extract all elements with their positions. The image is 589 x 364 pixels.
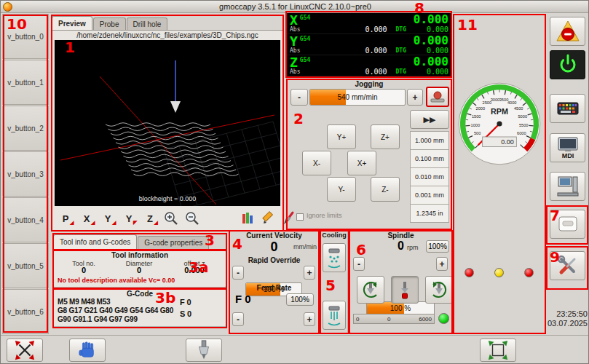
- jog-increment-0[interactable]: 1.000 mm: [410, 131, 449, 150]
- gcode-line-2: G90 G91.1 G94 G97 G99: [58, 315, 138, 323]
- spindle-percent-button[interactable]: 100%: [426, 240, 449, 253]
- spindle-speed-bar: 0 0 6000: [353, 314, 435, 324]
- tab-probe[interactable]: Probe: [93, 17, 126, 31]
- svg-text:4000: 4000: [507, 100, 517, 105]
- feed-plus-button[interactable]: +: [304, 312, 315, 326]
- spindle-override-value: 100 %: [367, 302, 434, 314]
- spindle-stop-icon: [394, 279, 416, 301]
- v-button-4[interactable]: v_button_4: [2, 197, 49, 242]
- jog-increment-4[interactable]: 1.2345 in: [410, 204, 449, 223]
- svg-text:500: 500: [474, 131, 481, 135]
- jog-speed-plus-button[interactable]: +: [407, 89, 423, 106]
- spindle-minus-button[interactable]: -: [353, 257, 365, 271]
- view-y-button[interactable]: Y◢: [98, 209, 117, 228]
- v-button-1[interactable]: v_button_1: [2, 60, 49, 105]
- move-arrows-icon: [14, 339, 36, 361]
- v-button-3[interactable]: v_button_3: [2, 151, 49, 197]
- jog-y-plus-button[interactable]: Y+: [327, 124, 356, 149]
- jog-increment-2[interactable]: 0.010 mm: [410, 167, 449, 186]
- dro-axis-x[interactable]: XG540.000 Abs0.000DTG0.000: [286, 13, 452, 34]
- cooling-title: Cooling: [319, 232, 349, 239]
- flood-coolant-button[interactable]: [323, 301, 346, 330]
- machine-setup-button[interactable]: [550, 172, 585, 201]
- v-button-6[interactable]: v_button_6: [2, 289, 49, 334]
- v-button-2[interactable]: v_button_2: [2, 106, 49, 151]
- tab-tool-info[interactable]: Tool info and G-codes: [53, 234, 137, 249]
- ignore-limits-checkbox[interactable]: [296, 213, 304, 221]
- jog-z-plus-button[interactable]: Z+: [371, 124, 400, 149]
- power-button[interactable]: [550, 50, 585, 79]
- jog-z-minus-button[interactable]: Z-: [371, 177, 400, 202]
- jog-speed-value: 540 mm/min: [310, 90, 405, 105]
- dro-axis-z[interactable]: ZG540.000 Abs0.000DTG0.000: [286, 55, 452, 76]
- feed-rate-value: F 0: [235, 293, 251, 305]
- jog-speed-icon: [429, 90, 446, 104]
- rpm-gauge: 5001000150020002500300035004000450050005…: [454, 78, 545, 170]
- zoom-in-button[interactable]: [162, 209, 181, 228]
- jog-x-plus-button[interactable]: X+: [347, 151, 376, 175]
- spindle-stop-button[interactable]: [391, 276, 419, 304]
- view-x-button[interactable]: X◢: [77, 209, 96, 228]
- tab-gcode-properties[interactable]: G-code properties: [138, 236, 209, 249]
- v-button-5[interactable]: v_button_5: [2, 243, 49, 288]
- tool-holder-button[interactable]: [186, 339, 222, 362]
- gcode-title: G-Code: [53, 290, 226, 298]
- spindle-plus-button[interactable]: +: [436, 257, 448, 271]
- preview-canvas[interactable]: blockheight = 0.000: [55, 40, 280, 206]
- power-icon: [556, 52, 580, 77]
- spindle-ccw-button[interactable]: [357, 276, 384, 304]
- emergency-stop-button[interactable]: [550, 17, 585, 46]
- tab-drill-hole[interactable]: Drill hole: [127, 17, 168, 31]
- fullscreen-button[interactable]: [480, 339, 516, 362]
- jog-speed-minus-button[interactable]: -: [290, 89, 308, 106]
- v-button-0[interactable]: v_button_0: [2, 14, 49, 59]
- jog-speed-toggle-button[interactable]: [426, 87, 449, 107]
- dro-axis-y[interactable]: YG540.000 Abs0.000DTG0.000: [286, 34, 452, 55]
- gauge-rpm-label: RPM: [491, 107, 508, 116]
- view-z-button[interactable]: Z◢: [141, 209, 159, 228]
- jog-rapid-button[interactable]: ▶▶: [410, 110, 449, 129]
- rapid-plus-button[interactable]: +: [304, 266, 315, 280]
- jog-x-minus-button[interactable]: X-: [302, 151, 331, 175]
- virtual-keyboard-button[interactable]: [550, 94, 585, 123]
- view-arrow-icon: ◢: [70, 220, 74, 226]
- mdi-button[interactable]: MDI: [550, 133, 585, 162]
- axis-move-button[interactable]: [7, 339, 43, 362]
- gcode-feed-label: F 0: [180, 298, 191, 306]
- spindle-at-speed-led: [438, 313, 449, 324]
- svg-text:4500: 4500: [514, 106, 523, 111]
- rapid-minus-button[interactable]: -: [232, 266, 244, 280]
- mist-coolant-button[interactable]: [323, 243, 346, 272]
- pencil-icon: [261, 210, 277, 226]
- view-perspective-button[interactable]: P◢: [56, 209, 75, 228]
- settings-tools-button[interactable]: [550, 251, 585, 280]
- feed-minus-button[interactable]: -: [232, 312, 244, 326]
- tool-info-title: Tool information: [53, 251, 226, 259]
- jog-speed-slider[interactable]: 540 mm/min: [309, 89, 406, 106]
- hand-icon: [76, 339, 98, 361]
- dimensions-button[interactable]: [259, 209, 278, 228]
- spindle-cw-button[interactable]: [425, 276, 453, 304]
- spindle-cw-icon: [428, 279, 450, 301]
- clock-date: 03.07.2025: [539, 319, 588, 328]
- clear-plot-button[interactable]: [238, 209, 257, 228]
- tab-preview[interactable]: Preview: [52, 16, 92, 31]
- dro-panel: XG540.000 Abs0.000DTG0.000 YG540.000 Abs…: [286, 13, 452, 77]
- spindle-rpm-unit: rpm: [407, 244, 419, 251]
- annotation-11: 11: [457, 17, 478, 32]
- tool-notebook-tabbar: Tool info and G-codes G-code properties: [53, 234, 209, 249]
- manual-hand-button[interactable]: [69, 339, 106, 362]
- zoom-out-icon: [184, 210, 200, 226]
- window-title: gmoccapy 3.5.1 for LinuxCNC 2.10.0~pre0: [219, 2, 371, 11]
- title-bar[interactable]: gmoccapy 3.5.1 for LinuxCNC 2.10.0~pre0: [1, 1, 589, 13]
- gmoccapy-window: gmoccapy 3.5.1 for LinuxCNC 2.10.0~pre0 …: [0, 0, 589, 364]
- jog-increment-1[interactable]: 0.100 mm: [410, 149, 449, 168]
- jog-y-minus-button[interactable]: Y-: [327, 177, 356, 202]
- tool-panel-button[interactable]: [550, 210, 585, 239]
- feed-percent-button[interactable]: 100%: [286, 293, 314, 306]
- zoom-out-button[interactable]: [183, 209, 202, 228]
- gcode-line-1: G8 G17 G21 G40 G49 G54 G64 G80: [58, 306, 173, 314]
- view-y2-button[interactable]: Y◤: [119, 209, 138, 228]
- jog-increment-3[interactable]: 0.001 mm: [410, 186, 449, 205]
- svg-text:1000: 1000: [470, 123, 480, 127]
